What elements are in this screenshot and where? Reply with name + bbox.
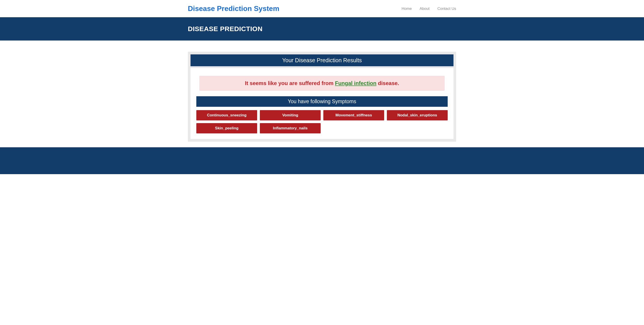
main-content: Your Disease Prediction Results It seems… — [0, 41, 644, 147]
symptom-chip: Continuous_sneezing — [196, 110, 257, 120]
footer-band — [0, 147, 644, 174]
results-heading: Your Disease Prediction Results — [190, 54, 454, 66]
symptom-chip: Inflammatory_nails — [260, 123, 321, 133]
top-nav: Disease Prediction System Home About Con… — [0, 0, 644, 17]
nav-links: Home About Contact Us — [402, 7, 456, 11]
nav-home[interactable]: Home — [402, 7, 412, 11]
results-body: It seems like you are suffered from Fung… — [190, 68, 454, 139]
nav-about[interactable]: About — [420, 7, 429, 11]
prediction-message: It seems like you are suffered from Fung… — [204, 80, 440, 86]
symptom-chip: Vomiting — [260, 110, 321, 120]
prediction-suffix: disease. — [376, 80, 399, 86]
symptom-chip: Movement_stiffness — [323, 110, 384, 120]
symptom-grid: Continuous_sneezing Vomiting Movement_st… — [196, 110, 448, 133]
prediction-prefix: It seems like you are suffered from — [245, 80, 335, 86]
prediction-alert: It seems like you are suffered from Fung… — [200, 76, 444, 91]
brand-link[interactable]: Disease Prediction System — [188, 5, 279, 13]
page-title: DISEASE PREDICTION — [188, 25, 456, 33]
nav-contact[interactable]: Contact Us — [438, 7, 456, 11]
disease-link[interactable]: Fungal infection — [335, 80, 376, 86]
symptom-chip: Nodal_skin_eruptions — [387, 110, 448, 120]
page-header: DISEASE PREDICTION — [0, 17, 644, 41]
symptoms-heading: You have following Symptoms — [196, 96, 448, 107]
results-card: Your Disease Prediction Results It seems… — [188, 52, 456, 142]
symptom-chip: Skin_peeling — [196, 123, 257, 133]
